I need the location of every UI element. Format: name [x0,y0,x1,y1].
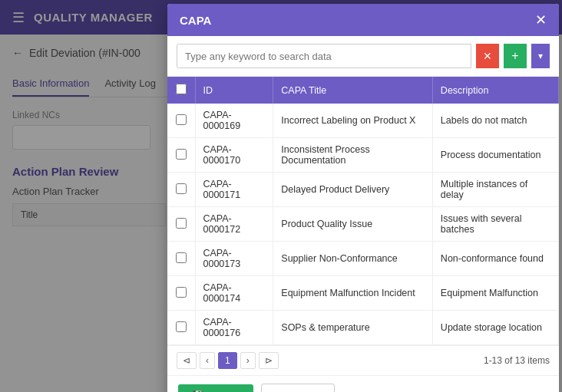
cancel-button[interactable]: ✕ Cancel [261,384,334,392]
table-body: CAPA-0000169Incorrect Labeling on Produc… [167,104,559,345]
row-checkbox[interactable] [176,114,187,125]
last-page-button[interactable]: ⊳ [259,352,279,369]
row-id: CAPA-0000169 [195,104,273,138]
row-checkbox-cell [167,173,195,207]
search-add-button[interactable]: + [504,44,527,68]
next-page-button[interactable]: › [240,352,256,369]
row-checkbox[interactable] [176,287,187,298]
row-title: Incorrect Labeling on Product X [273,104,433,138]
row-checkbox[interactable] [176,321,187,332]
prev-page-button[interactable]: ‹ [200,352,215,369]
title-column-header: CAPA Title [273,77,433,104]
table-row: CAPA-0000174Equipment Malfunction Incide… [167,276,559,311]
row-checkbox[interactable] [176,149,187,160]
page-controls: ⊲ ‹ 1 › ⊳ [177,352,279,369]
capa-table: ID CAPA Title Description CAPA-0000169In… [167,77,559,345]
row-id: CAPA-0000171 [195,173,273,207]
table-row: CAPA-0000170Inconsistent Process Documen… [167,138,559,173]
select-all-checkbox[interactable] [176,84,187,94]
row-id: CAPA-0000176 [195,311,273,345]
id-column-header: ID [195,77,273,104]
pagination-bar: ⊲ ‹ 1 › ⊳ 1-13 of 13 items [167,345,559,375]
row-checkbox-cell [167,311,195,345]
description-column-header: Description [432,77,558,104]
row-description: Issues with several batches [432,207,558,242]
row-description: Multiple instances of delay [432,173,558,207]
modal-title: CAPA [180,14,211,27]
row-checkbox-cell [167,242,195,276]
table-row: CAPA-0000176SOPs & temperatureUpdate sto… [167,311,559,345]
search-clear-button[interactable]: ✕ [476,44,499,68]
modal-footer: 💾 Submit ✕ Cancel [167,375,559,392]
chevron-down-icon: ▾ [538,51,543,61]
row-title: Inconsistent Process Documentation [273,138,433,173]
table-row: CAPA-0000173Supplier Non-ConformanceNon-… [167,242,559,276]
row-description: Update storage location [432,311,558,345]
row-checkbox-cell [167,276,195,311]
row-checkbox[interactable] [176,183,187,194]
submit-button[interactable]: 💾 Submit [178,384,253,392]
row-description: Equipment Malfunction [432,276,558,311]
row-description: Process documentation [432,138,558,173]
row-checkbox-cell [167,104,195,138]
row-checkbox-cell [167,207,195,242]
row-title: Equipment Malfunction Incident [273,276,433,311]
row-checkbox-cell [167,138,195,173]
row-title: Product Quality Issue [273,207,433,242]
modal-close-button[interactable]: ✕ [535,13,547,27]
capa-table-container: ID CAPA Title Description CAPA-0000169In… [167,77,559,345]
first-page-button[interactable]: ⊲ [177,352,197,369]
table-row: CAPA-0000169Incorrect Labeling on Produc… [167,104,559,138]
table-row: CAPA-0000171Delayed Product DeliveryMult… [167,173,559,207]
items-info-text: 1-13 of 13 items [484,355,550,366]
add-icon: + [511,49,518,63]
modal-header: CAPA ✕ [167,4,559,36]
checkbox-header-cell [167,77,195,104]
table-header-row: ID CAPA Title Description [167,77,559,104]
table-row: CAPA-0000172Product Quality IssueIssues … [167,207,559,242]
current-page-number: 1 [218,352,237,369]
row-title: Supplier Non-Conformance [273,242,433,276]
row-id: CAPA-0000173 [195,242,273,276]
clear-icon: ✕ [483,50,492,62]
search-expand-button[interactable]: ▾ [531,44,550,68]
row-id: CAPA-0000170 [195,138,273,173]
row-title: SOPs & temperature [273,311,433,345]
row-id: CAPA-0000172 [195,207,273,242]
search-bar: ✕ + ▾ [167,36,559,77]
row-checkbox[interactable] [176,218,187,229]
row-checkbox[interactable] [176,252,187,263]
capa-modal: CAPA ✕ ✕ + ▾ ID CAPA Title Descriptio [167,4,559,392]
row-title: Delayed Product Delivery [273,173,433,207]
row-description: Non-conformance found [432,242,558,276]
row-description: Labels do not match [432,104,558,138]
search-input[interactable] [177,44,471,68]
row-id: CAPA-0000174 [195,276,273,311]
